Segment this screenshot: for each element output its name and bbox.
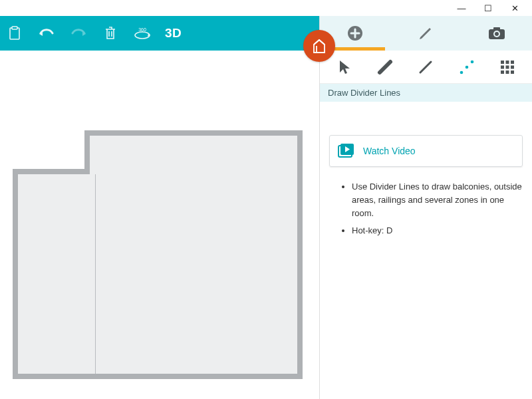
- watch-video-card[interactable]: Watch Video: [329, 135, 523, 167]
- svg-rect-1: [12, 27, 17, 29]
- camera-icon: [487, 26, 506, 41]
- svg-line-10: [420, 62, 431, 72]
- svg-text:360: 360: [138, 27, 146, 32]
- hint-text: Draw Divider Lines: [328, 88, 400, 98]
- tool-line-thin[interactable]: [412, 55, 439, 79]
- svg-line-9: [380, 62, 390, 72]
- right-pane: Draw Divider Lines Watch Video Use Divid…: [319, 16, 532, 399]
- rotate-360-icon[interactable]: 360: [133, 24, 152, 43]
- trash-icon[interactable]: [101, 24, 120, 43]
- tool-select[interactable]: [331, 55, 358, 79]
- plus-circle-icon: [346, 25, 364, 42]
- pencil-icon: [418, 25, 434, 41]
- window-minimize-button[interactable]: —: [448, 1, 475, 15]
- grid-icon: [500, 60, 515, 74]
- panel-content: Watch Video Use Divider Lines to draw ba…: [320, 102, 532, 399]
- tab-edit[interactable]: [390, 16, 461, 51]
- svg-point-13: [471, 60, 474, 63]
- left-pane: 360 3D: [0, 16, 319, 399]
- svg-point-11: [460, 70, 464, 74]
- svg-rect-14: [501, 61, 504, 64]
- window-maximize-button[interactable]: ☐: [475, 1, 501, 15]
- house-icon: [310, 37, 329, 55]
- tool-grid[interactable]: [494, 55, 521, 79]
- main-toolbar: 360 3D: [0, 16, 319, 51]
- thin-line-icon: [417, 59, 434, 76]
- tip-item: Use Divider Lines to draw balconies, out…: [352, 180, 523, 220]
- redo-icon[interactable]: [69, 24, 88, 43]
- clipboard-icon[interactable]: [5, 24, 24, 43]
- tool-dotted-line[interactable]: [454, 55, 480, 79]
- floorplan-shape: [13, 130, 303, 379]
- draw-tool-row: [320, 51, 532, 84]
- dotted-line-icon: [458, 58, 476, 76]
- play-video-icon: [338, 142, 355, 160]
- app-logo-badge[interactable]: [303, 30, 335, 62]
- undo-icon[interactable]: [37, 24, 56, 43]
- svg-point-12: [466, 65, 469, 68]
- window-controls: — ☐ ✕: [0, 0, 532, 16]
- svg-point-2: [135, 32, 150, 39]
- svg-rect-18: [506, 65, 509, 68]
- cursor-icon: [337, 59, 352, 75]
- tool-line-thick[interactable]: [372, 55, 398, 79]
- svg-rect-22: [511, 70, 514, 74]
- svg-rect-20: [501, 70, 504, 74]
- svg-rect-21: [506, 70, 509, 74]
- tab-camera[interactable]: [462, 16, 532, 51]
- svg-rect-6: [493, 27, 500, 31]
- svg-rect-19: [511, 65, 514, 68]
- thick-line-icon: [376, 59, 394, 76]
- window-close-button[interactable]: ✕: [501, 1, 528, 15]
- mode-tabs: [320, 16, 532, 51]
- tip-item: Hot-key: D: [352, 224, 523, 237]
- svg-rect-17: [501, 65, 504, 68]
- watch-video-label: Watch Video: [363, 146, 416, 156]
- mode-3d-button[interactable]: 3D: [165, 26, 182, 41]
- svg-rect-16: [511, 61, 514, 64]
- svg-rect-15: [506, 61, 509, 64]
- floorplan-canvas[interactable]: [0, 51, 319, 399]
- tips-list: Use Divider Lines to draw balconies, out…: [329, 180, 523, 238]
- hint-bar: Draw Divider Lines: [320, 84, 532, 102]
- svg-point-8: [495, 32, 499, 36]
